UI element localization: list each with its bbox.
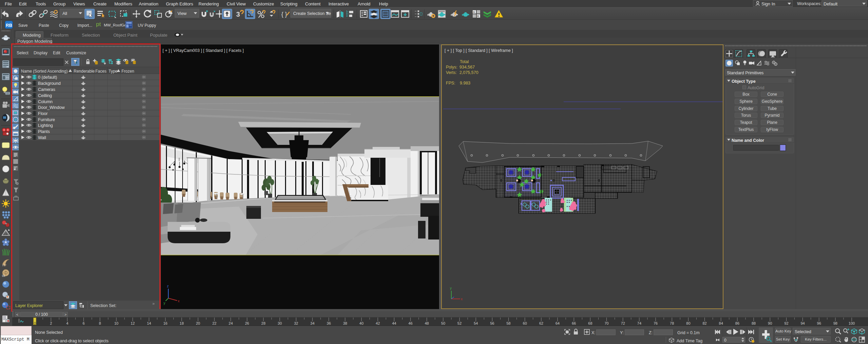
svg-text:24: 24 bbox=[229, 321, 233, 325]
svg-text:90: 90 bbox=[768, 321, 772, 325]
svg-text:64: 64 bbox=[555, 321, 560, 325]
svg-text:4: 4 bbox=[66, 321, 68, 325]
svg-text:82: 82 bbox=[702, 321, 706, 325]
svg-text:32: 32 bbox=[294, 321, 298, 325]
svg-text:3: 3 bbox=[236, 11, 240, 18]
svg-text:44: 44 bbox=[392, 321, 396, 325]
svg-text:56: 56 bbox=[490, 321, 494, 325]
svg-text:34: 34 bbox=[310, 321, 315, 325]
svg-text:72: 72 bbox=[621, 321, 625, 325]
svg-text:78: 78 bbox=[670, 321, 674, 325]
svg-text:50: 50 bbox=[441, 321, 445, 325]
svg-text:60: 60 bbox=[523, 321, 527, 325]
svg-text:96: 96 bbox=[817, 321, 821, 325]
svg-text:84: 84 bbox=[719, 321, 723, 325]
svg-text:x: x bbox=[178, 299, 180, 303]
svg-text:54: 54 bbox=[474, 321, 478, 325]
svg-text:HF: HF bbox=[2, 264, 6, 267]
svg-text:70: 70 bbox=[604, 321, 608, 325]
svg-text:z: z bbox=[167, 284, 169, 288]
svg-text:62: 62 bbox=[539, 321, 543, 325]
svg-text:40: 40 bbox=[359, 321, 363, 325]
svg-text:2: 2 bbox=[50, 321, 52, 325]
svg-text:y: y bbox=[164, 301, 165, 305]
svg-text:68: 68 bbox=[588, 321, 592, 325]
svg-text:14: 14 bbox=[147, 321, 151, 325]
svg-text:88: 88 bbox=[752, 321, 756, 325]
svg-text:48: 48 bbox=[425, 321, 429, 325]
svg-text:0x: 0x bbox=[2, 274, 5, 278]
svg-text:26: 26 bbox=[245, 321, 249, 325]
svg-text:A: A bbox=[473, 11, 475, 14]
svg-text:30: 30 bbox=[278, 321, 282, 325]
svg-text:86: 86 bbox=[735, 321, 739, 325]
svg-text:28: 28 bbox=[261, 321, 265, 325]
svg-text:36: 36 bbox=[327, 321, 331, 325]
svg-text:8: 8 bbox=[99, 321, 101, 325]
svg-text:58: 58 bbox=[506, 321, 510, 325]
svg-text:22: 22 bbox=[212, 321, 216, 325]
svg-text:46: 46 bbox=[409, 321, 413, 325]
svg-text:x: x bbox=[461, 297, 463, 301]
svg-text:94: 94 bbox=[800, 321, 805, 325]
svg-text:38: 38 bbox=[343, 321, 347, 325]
svg-text:10: 10 bbox=[114, 321, 118, 325]
svg-text:20: 20 bbox=[196, 321, 200, 325]
svg-text:12: 12 bbox=[131, 321, 135, 325]
svg-text:52: 52 bbox=[457, 321, 461, 325]
svg-text:16: 16 bbox=[163, 321, 167, 325]
svg-text:66: 66 bbox=[572, 321, 576, 325]
svg-text:42: 42 bbox=[376, 321, 380, 325]
svg-text:92: 92 bbox=[784, 321, 788, 325]
svg-text:80: 80 bbox=[686, 321, 690, 325]
svg-text:100: 100 bbox=[849, 321, 855, 325]
svg-text:B: B bbox=[477, 15, 479, 18]
svg-text:74: 74 bbox=[637, 321, 641, 325]
svg-text:y: y bbox=[450, 286, 452, 290]
svg-text:6: 6 bbox=[82, 321, 84, 325]
svg-text:98: 98 bbox=[833, 321, 837, 325]
svg-text:18: 18 bbox=[180, 321, 184, 325]
svg-text:76: 76 bbox=[654, 321, 658, 325]
svg-text:{ }: { } bbox=[281, 11, 287, 18]
